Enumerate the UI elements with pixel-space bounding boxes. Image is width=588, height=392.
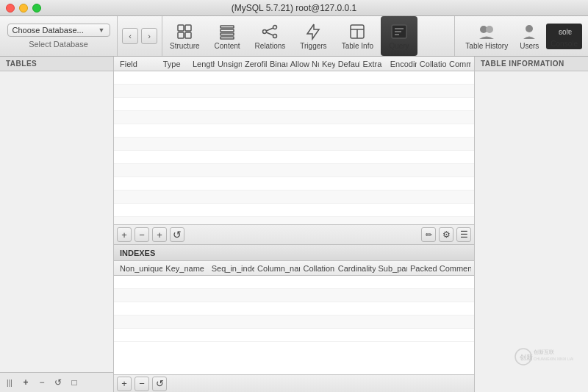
bottom-refresh-button[interactable]: ↺: [152, 377, 167, 391]
index-row[interactable]: [114, 302, 474, 316]
indexes-area: INDEXES Non_unique Key_name Seq_in_index…: [114, 245, 474, 392]
index-row[interactable]: [114, 316, 474, 329]
add-field-button[interactable]: +: [117, 227, 132, 242]
bottom-remove-button[interactable]: −: [135, 377, 149, 391]
indexes-col-headers: Non_unique Key_name Seq_in_index Column_…: [114, 261, 474, 276]
watermark: 创新 创新互联 CHUANGXIN XINXI LIAN: [514, 346, 573, 370]
close-button[interactable]: [6, 4, 15, 13]
idx-col-keyname: Key_name: [162, 264, 208, 273]
tables-sidebar-header: TABLES: [0, 57, 113, 71]
idx-col-cardinality: Cardinality: [335, 264, 376, 273]
main-content: TABLES ||| + − ↺ □ Field Type Length Uns…: [0, 57, 588, 392]
traffic-lights: [6, 4, 41, 13]
remove-field-button[interactable]: −: [135, 227, 149, 242]
table-row[interactable]: [114, 124, 474, 138]
col-header-length: Length: [190, 60, 215, 68]
toolbar-content-button[interactable]: Content: [207, 16, 248, 56]
idx-col-subpart: Sub_part: [376, 264, 407, 273]
toolbar-structure-button[interactable]: Structure: [162, 16, 207, 56]
edit-button[interactable]: ✏: [421, 227, 436, 242]
idx-col-packed: Packed: [407, 264, 437, 273]
idx-col-collation: Collation: [300, 264, 334, 273]
menu-button[interactable]: ☰: [456, 227, 471, 242]
table-history-label: Table History: [465, 42, 508, 50]
toolbar-tableinfo-button[interactable]: Table Info: [334, 16, 381, 56]
database-dropdown[interactable]: Choose Database... ▼: [7, 24, 110, 37]
nav-forward-button[interactable]: ›: [141, 28, 157, 44]
query-label: Query: [389, 42, 409, 50]
svg-rect-3: [185, 32, 191, 38]
tables-list[interactable]: [0, 71, 113, 372]
table-row[interactable]: [114, 98, 474, 111]
table-history-button[interactable]: Table History: [461, 21, 512, 51]
toolbar-triggers-button[interactable]: Triggers: [293, 16, 334, 56]
sidebar-add-button[interactable]: +: [19, 376, 32, 389]
tableinfo-label: Table Info: [342, 42, 373, 50]
table-row[interactable]: [114, 111, 474, 124]
svg-rect-7: [220, 37, 234, 39]
svg-rect-1: [185, 25, 191, 31]
add-field2-button[interactable]: +: [152, 227, 167, 242]
bottom-add-button[interactable]: +: [117, 377, 132, 391]
console-button[interactable]: con sole Console: [546, 24, 582, 49]
settings-button[interactable]: ⚙: [439, 227, 453, 242]
toolbar-query-button[interactable]: Query: [381, 16, 417, 56]
console-icon: con sole: [556, 25, 573, 38]
structure-label: Structure: [170, 42, 200, 50]
svg-rect-2: [178, 32, 184, 38]
col-header-type: Type: [160, 60, 190, 68]
index-row[interactable]: [114, 329, 474, 342]
relations-label: Relations: [255, 42, 286, 50]
database-dropdown-label: Choose Database...: [12, 26, 84, 35]
indexes-data[interactable]: [114, 276, 474, 374]
table-row[interactable]: [114, 138, 474, 151]
table-info-header: TABLE INFORMATION: [475, 57, 588, 71]
table-row[interactable]: [114, 204, 474, 217]
index-row[interactable]: [114, 276, 474, 289]
table-row[interactable]: [114, 164, 474, 177]
nav-back-button[interactable]: ‹: [122, 28, 138, 44]
table-row[interactable]: [114, 217, 474, 224]
col-header-default: Default: [335, 60, 360, 68]
users-label: Users: [520, 42, 539, 50]
table-row[interactable]: [114, 151, 474, 164]
sidebar-remove-button[interactable]: −: [35, 376, 49, 389]
table-row[interactable]: [114, 177, 474, 190]
console-label: Console: [551, 40, 578, 48]
bottom-footer-toolbar: + − ↺: [114, 374, 474, 392]
toolbar-relations-button[interactable]: Relations: [248, 16, 293, 56]
toolbar-right-actions: ✏ ⚙ ☰: [421, 227, 471, 242]
indexes-label: INDEXES: [120, 249, 155, 257]
main-table-data[interactable]: [114, 71, 474, 224]
minimize-button[interactable]: [19, 4, 28, 13]
section-toolbar: + − + ↺ ✏ ⚙ ☰: [114, 224, 474, 245]
col-header-key: Key: [319, 60, 335, 68]
nav-back-icon: ‹: [129, 32, 132, 40]
refresh-button[interactable]: ↺: [170, 227, 184, 242]
nav-buttons: ‹ ›: [118, 16, 162, 56]
svg-rect-5: [220, 29, 234, 32]
query-icon: [390, 23, 408, 40]
title-bar: (MySQL 5.7.21) root@127.0.0.1: [0, 0, 588, 16]
content-label: Content: [215, 42, 240, 50]
table-row[interactable]: [114, 71, 474, 85]
svg-point-10: [273, 34, 277, 38]
col-header-extra: Extra: [360, 60, 387, 68]
toolbar-icons: Structure Content Relations: [162, 16, 454, 56]
tables-sidebar: TABLES ||| + − ↺ □: [0, 57, 114, 392]
users-button[interactable]: Users: [515, 21, 543, 51]
relations-icon: [261, 23, 279, 40]
sidebar-info-button[interactable]: □: [68, 376, 81, 389]
index-row[interactable]: [114, 289, 474, 302]
toolbar-right: Table History Users con sole Console: [454, 16, 588, 56]
svg-point-8: [263, 29, 267, 33]
svg-text:CHUANGXIN XINXI LIAN: CHUANGXIN XINXI LIAN: [534, 357, 573, 361]
maximize-button[interactable]: [32, 4, 41, 13]
col-header-field: Field: [117, 60, 160, 68]
tableinfo-icon: [348, 23, 366, 40]
table-row[interactable]: [114, 85, 474, 98]
table-row[interactable]: [114, 190, 474, 204]
sidebar-refresh-button[interactable]: ↺: [51, 376, 65, 389]
svg-line-12: [267, 32, 274, 35]
users-icon: [521, 23, 537, 40]
